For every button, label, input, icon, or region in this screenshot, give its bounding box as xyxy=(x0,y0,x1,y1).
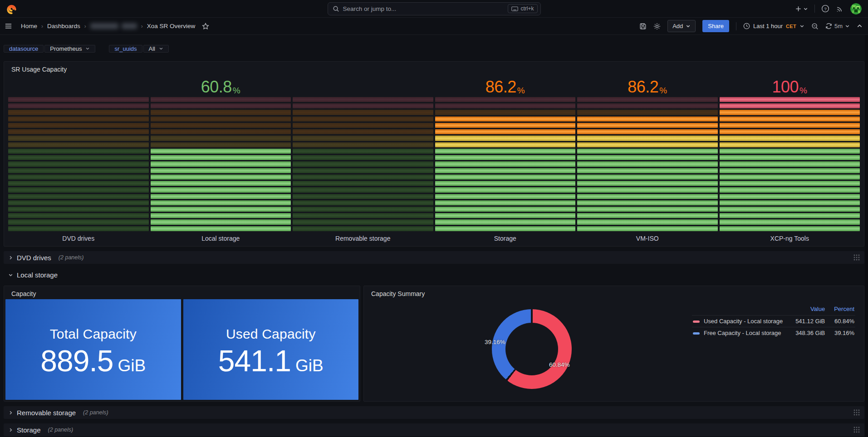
gauge-cell xyxy=(151,110,291,115)
gauge-cell xyxy=(8,103,149,108)
legend-series-label[interactable]: Used Capacity - Local storage xyxy=(692,316,787,327)
gauge-cell xyxy=(8,181,149,186)
legend-header-percent[interactable]: Percent xyxy=(826,304,855,316)
stat-label: Total Capacity xyxy=(50,326,137,342)
gauge-cell xyxy=(8,219,149,224)
zoom-out-time-button[interactable] xyxy=(811,23,819,30)
search-shortcut-badge: ctrl+k xyxy=(508,4,537,13)
legend-header-value[interactable]: Value xyxy=(787,304,826,316)
row-panel-count: (2 panels) xyxy=(83,409,108,416)
gauge-cell-stack xyxy=(435,97,576,231)
news-button[interactable] xyxy=(836,5,844,13)
gauge-cell xyxy=(8,97,149,102)
gauge-cell xyxy=(720,123,860,128)
grafana-logo[interactable] xyxy=(6,4,17,14)
gauge-cell xyxy=(577,207,718,212)
favorite-star-button[interactable] xyxy=(202,23,209,30)
gauge-cell xyxy=(435,129,576,134)
gauge-cell xyxy=(293,219,433,224)
gauge-cell xyxy=(8,226,149,231)
gauge-cell xyxy=(577,200,718,205)
gauge-cell xyxy=(8,142,149,147)
row-header-local-storage[interactable]: Local storage xyxy=(4,268,864,281)
gauge-cell xyxy=(8,207,149,212)
gauge-cell xyxy=(435,175,576,180)
row-panel-count: (2 panels) xyxy=(59,254,84,261)
breadcrumb-separator: › xyxy=(84,23,86,29)
breadcrumb-dashboards[interactable]: Dashboards xyxy=(47,23,80,29)
gauge-cell xyxy=(435,155,576,160)
gauge-cell xyxy=(293,149,433,154)
donut-slice-label-free: 39.16% xyxy=(485,339,505,345)
gauge-cell xyxy=(435,136,576,141)
gauge-cell xyxy=(720,117,860,121)
row-drag-handle[interactable] xyxy=(853,254,860,261)
refresh-picker[interactable]: 5m xyxy=(825,23,850,29)
add-new-button[interactable] xyxy=(795,5,808,12)
gauge-column-Storage: 86.2%Storage xyxy=(435,74,576,242)
gauge-cell xyxy=(720,161,860,166)
breadcrumb-folder-redacted[interactable] xyxy=(90,23,137,29)
user-avatar[interactable] xyxy=(850,3,862,15)
chevron-down-icon xyxy=(799,24,804,29)
breadcrumb-current: Xoa SR Overview xyxy=(147,23,196,29)
panel-title[interactable]: Capacity Summary xyxy=(371,290,425,297)
local-storage-panels: Capacity Total Capacity889.5GiBUsed Capa… xyxy=(4,286,864,402)
gauge-cell xyxy=(151,181,291,186)
variable-value-dropdown[interactable]: Prometheus xyxy=(44,45,95,53)
row-header-storage[interactable]: Storage (2 panels) xyxy=(4,423,864,436)
add-panel-button[interactable]: Add xyxy=(667,20,696,32)
gauge-cell xyxy=(151,123,291,128)
gauge-cell xyxy=(293,103,433,108)
gauge-cell xyxy=(435,194,576,199)
gauge-cell-stack xyxy=(8,97,149,231)
gauge-column-label: Local storage xyxy=(151,231,291,242)
save-dashboard-button[interactable] xyxy=(639,23,647,30)
collapse-toolbar-button[interactable] xyxy=(857,23,863,29)
stat-value: 889.5GiB xyxy=(40,349,146,373)
row-header-removable-storage[interactable]: Removable storage (2 panels) xyxy=(4,406,864,419)
gauge-cell xyxy=(151,149,291,154)
gauge-cell xyxy=(293,213,433,218)
gauge-cell xyxy=(577,149,718,154)
share-button[interactable]: Share xyxy=(702,20,729,32)
gauge-cell xyxy=(435,97,576,102)
gauge-cell xyxy=(577,187,718,192)
dashboard-settings-button[interactable] xyxy=(653,23,661,30)
gauge-column-label: XCP-ng Tools xyxy=(720,231,860,242)
row-drag-handle[interactable] xyxy=(853,426,860,433)
chevron-right-icon xyxy=(8,427,13,432)
gauge-cell xyxy=(151,207,291,212)
legend-swatch xyxy=(693,320,700,323)
help-button[interactable]: ? xyxy=(821,5,829,13)
legend-row: Used Capacity - Local storage541.12 GiB6… xyxy=(692,316,855,327)
divider xyxy=(736,22,736,30)
variable-value-dropdown[interactable]: All xyxy=(143,45,169,53)
timezone-badge: CET xyxy=(786,24,796,29)
gauge-cell xyxy=(720,187,860,192)
gauge-cell xyxy=(435,226,576,231)
chevron-down-icon xyxy=(159,46,163,51)
gauge-cell-stack xyxy=(720,97,860,231)
gauge-cell-stack xyxy=(293,97,433,231)
breadcrumb-home[interactable]: Home xyxy=(21,23,37,29)
panel-title[interactable]: Capacity xyxy=(11,290,36,297)
panel-title[interactable]: SR Usage Capacity xyxy=(8,65,860,73)
chevron-down-icon xyxy=(85,46,90,51)
mega-menu-button[interactable] xyxy=(5,22,12,30)
scrollbar-track[interactable] xyxy=(865,35,868,437)
gauge-cell xyxy=(293,187,433,192)
legend-series-label[interactable]: Free Capacity - Local storage xyxy=(692,327,787,339)
row-header-dvd-drives[interactable]: DVD drives (2 panels) xyxy=(4,251,864,264)
row-drag-handle[interactable] xyxy=(853,409,860,416)
time-range-picker[interactable]: Last 1 hour CET xyxy=(743,23,804,29)
gauge-cell xyxy=(293,161,433,166)
search-icon xyxy=(333,5,339,12)
search-input[interactable]: Search or jump to... ctrl+k xyxy=(328,2,541,15)
gauge-cell-stack xyxy=(577,97,718,231)
gauge-cell xyxy=(293,181,433,186)
gauge-cell xyxy=(577,213,718,218)
gauge-cell xyxy=(435,103,576,108)
gauge-cell xyxy=(435,207,576,212)
stat-label: Used Capacity xyxy=(226,326,316,342)
